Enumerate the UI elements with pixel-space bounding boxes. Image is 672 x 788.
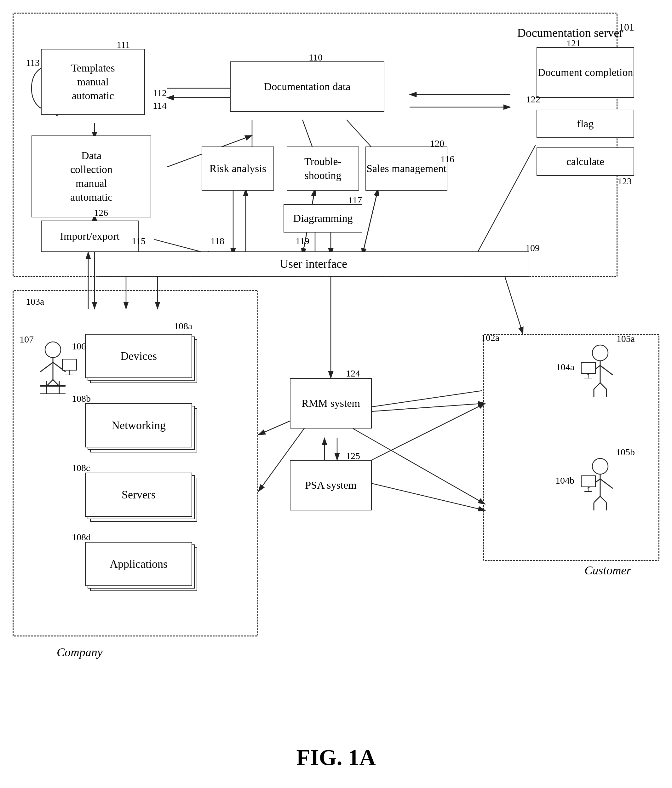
ref-117: 117 xyxy=(348,195,362,205)
ref-118: 118 xyxy=(210,236,224,246)
applications-label: Applications xyxy=(110,558,168,570)
ref-105b: 105b xyxy=(616,447,635,458)
svg-line-33 xyxy=(353,479,485,510)
ref-104b: 104b xyxy=(555,475,574,486)
technician-icon xyxy=(28,331,78,394)
networking-label: Networking xyxy=(111,419,166,432)
ref-112: 112 xyxy=(153,87,167,98)
svg-line-46 xyxy=(47,380,53,386)
svg-rect-48 xyxy=(62,359,76,370)
technician-person xyxy=(28,331,78,395)
svg-line-65 xyxy=(600,479,613,488)
ref-108d: 108d xyxy=(72,532,91,543)
psa-system-box: PSA system xyxy=(290,460,372,510)
user-interface-label: User interface xyxy=(280,256,347,272)
templates-label: Templatesmanualautomatic xyxy=(71,61,115,103)
ref-104a: 104a xyxy=(556,362,574,372)
flag-label: flag xyxy=(577,117,594,131)
document-completion-label: Document completion xyxy=(537,65,633,79)
risk-analysis-box: Risk analysis xyxy=(202,146,274,191)
svg-line-34 xyxy=(353,391,482,410)
documentation-data-label: Documentation data xyxy=(264,80,351,94)
svg-line-44 xyxy=(40,362,53,372)
devices-label: Devices xyxy=(120,350,157,363)
svg-line-54 xyxy=(600,365,613,375)
svg-point-42 xyxy=(45,342,61,357)
svg-line-66 xyxy=(594,496,600,502)
sales-management-label: Sales management xyxy=(366,162,446,175)
calculate-label: calculate xyxy=(566,155,605,168)
ref-126: 126 xyxy=(94,207,108,218)
import-export-box: Import/export xyxy=(41,221,139,252)
ref-116: 116 xyxy=(440,154,454,164)
svg-line-35 xyxy=(504,274,523,334)
calculate-box: calculate xyxy=(537,148,634,176)
ref-115: 115 xyxy=(132,236,146,246)
document-completion-box: Document completion xyxy=(537,47,634,98)
ref-102a: 102a xyxy=(481,332,499,343)
ref-125: 125 xyxy=(346,451,360,461)
psa-system-label: PSA system xyxy=(305,478,356,492)
documentation-data-box: Documentation data xyxy=(230,62,384,112)
diagramming-label: Diagramming xyxy=(293,211,353,225)
ref-122: 122 xyxy=(526,94,540,105)
customer-label: Customer xyxy=(585,563,631,577)
ref-119: 119 xyxy=(295,236,309,246)
troubleshooting-label: Trouble- shooting xyxy=(288,155,359,183)
ref-103a: 103a xyxy=(26,296,44,307)
ref-109: 109 xyxy=(526,243,540,253)
ref-107: 107 xyxy=(19,334,34,345)
page: 101 Documentation server Templatesmanual… xyxy=(0,0,672,788)
data-collection-label: Datacollectionmanualautomatic xyxy=(70,149,113,205)
svg-line-67 xyxy=(600,496,607,502)
import-export-label: Import/export xyxy=(60,229,120,243)
ref-113: 113 xyxy=(26,57,40,68)
svg-line-32 xyxy=(353,403,485,469)
ref-123: 123 xyxy=(618,176,632,186)
troubleshooting-box: Trouble- shooting xyxy=(287,146,359,191)
rmm-system-box: RMM system xyxy=(290,378,372,429)
sales-management-box: Sales management xyxy=(365,146,447,191)
svg-line-31 xyxy=(353,429,485,504)
ref-111: 111 xyxy=(117,40,130,50)
flag-box: flag xyxy=(537,110,634,138)
diagramming-box: Diagramming xyxy=(284,204,362,232)
data-collection-box: Datacollectionmanualautomatic xyxy=(32,135,151,218)
fig-caption: FIG. 1A xyxy=(297,745,376,771)
servers-label: Servers xyxy=(122,488,156,501)
svg-line-55 xyxy=(594,383,600,389)
rmm-system-label: RMM system xyxy=(302,396,360,410)
svg-rect-70 xyxy=(581,476,596,487)
ref-124: 124 xyxy=(346,368,360,379)
svg-line-47 xyxy=(53,380,59,386)
svg-line-56 xyxy=(600,383,607,389)
svg-rect-59 xyxy=(581,362,596,373)
ref-120: 120 xyxy=(430,138,444,149)
svg-point-62 xyxy=(592,458,608,474)
ref-105a: 105a xyxy=(616,334,635,344)
user-interface-box: User interface xyxy=(98,251,529,276)
ref-110: 110 xyxy=(309,52,322,63)
svg-point-51 xyxy=(592,345,608,361)
company-label: Company xyxy=(57,645,103,659)
ref-108c: 108c xyxy=(72,462,90,473)
svg-line-30 xyxy=(353,403,485,413)
templates-box: Templatesmanualautomatic xyxy=(41,49,145,115)
ref-108a: 108a xyxy=(174,321,192,332)
risk-analysis-label: Risk analysis xyxy=(210,162,266,175)
ref-114: 114 xyxy=(153,100,167,111)
ref-121: 121 xyxy=(566,38,581,49)
